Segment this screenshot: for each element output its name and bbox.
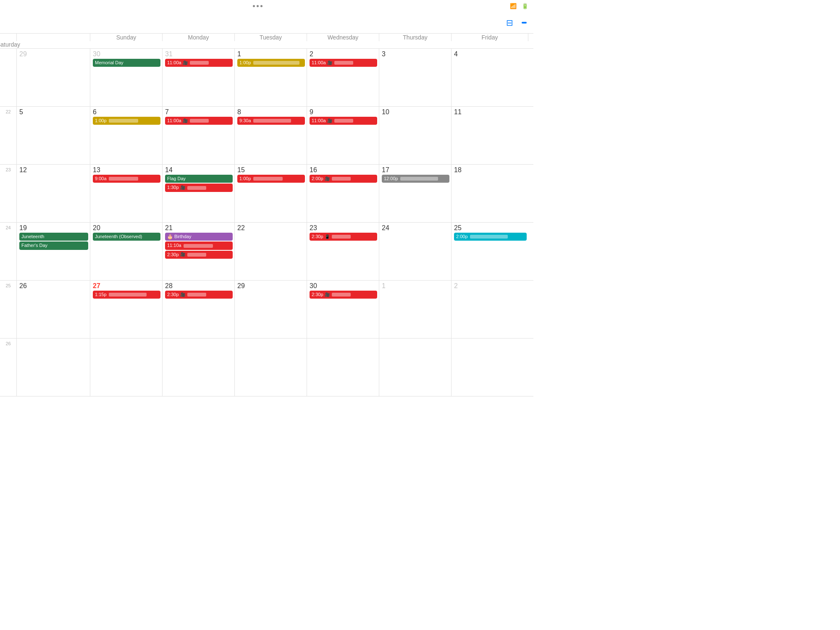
event-0-4-0[interactable]: 11:00a🎥 bbox=[310, 59, 377, 67]
event-1-3-0[interactable]: 9:30a bbox=[237, 117, 305, 125]
calendar-body: 2930Memorial Day3111:00a🎥11:00p211:00a🎥3… bbox=[0, 49, 533, 396]
day-num-0-5: 3 bbox=[382, 50, 449, 58]
day-num-1-5: 10 bbox=[382, 108, 449, 116]
event-3-0-1[interactable]: Father's Day bbox=[19, 242, 88, 249]
day-cell-1-1[interactable]: 61:00p bbox=[90, 107, 163, 164]
event-2-2-1[interactable]: 1:30p🎥 bbox=[165, 184, 233, 192]
day-cell-5-1[interactable] bbox=[90, 339, 163, 396]
event-time: 9:30a bbox=[239, 118, 251, 124]
day-cell-4-4[interactable]: 302:30p🎥 bbox=[307, 281, 379, 338]
day-num-3-6: 25 bbox=[454, 224, 527, 232]
day-cell-5-5[interactable] bbox=[379, 339, 452, 396]
event-0-1-0[interactable]: Memorial Day bbox=[93, 59, 160, 67]
day-num-3-1: 20 bbox=[93, 224, 160, 232]
event-2-3-0[interactable]: 1:00p bbox=[237, 175, 305, 183]
day-cell-1-5[interactable]: 10 bbox=[379, 107, 452, 164]
event-3-2-1[interactable]: 11:10a bbox=[165, 242, 233, 249]
day-num-4-0: 26 bbox=[19, 282, 88, 290]
day-cell-0-0[interactable]: 29 bbox=[17, 49, 90, 106]
day-num-1-0: 5 bbox=[19, 108, 88, 116]
day-cell-3-3[interactable]: 22 bbox=[235, 223, 307, 280]
day-num-3-0: 19 bbox=[19, 224, 88, 232]
event-title-blurred bbox=[187, 186, 206, 190]
day-cell-1-2[interactable]: 711:00a🎥 bbox=[163, 107, 235, 164]
day-num-4-1: 27 bbox=[93, 282, 160, 290]
week-num-header bbox=[0, 34, 17, 41]
week-row-5: 26 bbox=[0, 339, 533, 396]
day-num-4-3: 29 bbox=[237, 282, 305, 290]
day-cell-0-2[interactable]: 3111:00a🎥 bbox=[163, 49, 235, 106]
event-time: 1:00p bbox=[239, 176, 251, 182]
day-cell-0-1[interactable]: 30Memorial Day bbox=[90, 49, 163, 106]
day-cell-2-0[interactable]: 12 bbox=[17, 165, 90, 222]
day-cell-5-4[interactable] bbox=[307, 339, 379, 396]
day-cell-1-3[interactable]: 89:30a bbox=[235, 107, 307, 164]
event-2-4-0[interactable]: 2:00p🎥 bbox=[310, 175, 377, 183]
day-cell-4-2[interactable]: 282:30p🎥 bbox=[163, 281, 235, 338]
event-icon: 🎥 bbox=[183, 60, 188, 66]
week-row-3: 2419JuneteenthFather's Day20Juneteenth (… bbox=[0, 223, 533, 281]
event-0-2-0[interactable]: 11:00a🎥 bbox=[165, 59, 233, 67]
day-cell-2-4[interactable]: 162:00p🎥 bbox=[307, 165, 379, 222]
event-1-2-0[interactable]: 11:00a🎥 bbox=[165, 117, 233, 125]
event-time: 1:30p bbox=[167, 184, 179, 191]
event-icon: 🎥 bbox=[180, 252, 185, 257]
day-cell-3-5[interactable]: 24 bbox=[379, 223, 452, 280]
day-cell-0-3[interactable]: 11:00p bbox=[235, 49, 307, 106]
event-3-2-2[interactable]: 2:30p🎥 bbox=[165, 251, 233, 259]
day-cell-3-4[interactable]: 232:30p📱 bbox=[307, 223, 379, 280]
event-3-6-0[interactable]: 2:00p bbox=[454, 233, 527, 241]
day-cell-5-6[interactable] bbox=[452, 339, 528, 396]
day-cell-4-3[interactable]: 29 bbox=[235, 281, 307, 338]
day-cell-5-2[interactable] bbox=[163, 339, 235, 396]
event-0-3-0[interactable]: 1:00p bbox=[237, 59, 305, 67]
event-title-blurred bbox=[334, 61, 353, 65]
day-cell-5-3[interactable] bbox=[235, 339, 307, 396]
day-cell-2-3[interactable]: 151:00p bbox=[235, 165, 307, 222]
day-cell-1-6[interactable]: 11 bbox=[452, 107, 528, 164]
day-cell-4-6[interactable]: 2 bbox=[452, 281, 528, 338]
event-1-1-0[interactable]: 1:00p bbox=[93, 117, 160, 125]
day-cell-3-2[interactable]: 21🎂 Birthday11:10a2:30p🎥 bbox=[163, 223, 235, 280]
today-badge[interactable] bbox=[522, 22, 527, 24]
event-3-4-0[interactable]: 2:30p📱 bbox=[310, 233, 377, 241]
day-cell-1-0[interactable]: 5 bbox=[17, 107, 90, 164]
event-2-5-0[interactable]: 12:00p bbox=[382, 175, 449, 183]
day-cell-2-5[interactable]: 1712:00p bbox=[379, 165, 452, 222]
event-title: Juneteenth (Observed) bbox=[95, 234, 142, 240]
day-cell-4-5[interactable]: 1 bbox=[379, 281, 452, 338]
day-cell-5-0[interactable] bbox=[17, 339, 90, 396]
event-3-0-0[interactable]: Juneteenth bbox=[19, 233, 88, 241]
event-title: Memorial Day bbox=[95, 60, 123, 66]
event-2-1-0[interactable]: 9:00a bbox=[93, 175, 160, 183]
day-num-0-0: 29 bbox=[19, 50, 88, 58]
day-cell-3-6[interactable]: 252:00p bbox=[452, 223, 528, 280]
day-cell-1-4[interactable]: 911:00a🎥 bbox=[307, 107, 379, 164]
day-cell-4-0[interactable]: 26 bbox=[17, 281, 90, 338]
day-cell-2-1[interactable]: 139:00a bbox=[90, 165, 163, 222]
day-num-1-2: 7 bbox=[165, 108, 233, 116]
event-4-1-0[interactable]: 1:15p bbox=[93, 291, 160, 299]
event-4-4-0[interactable]: 2:30p🎥 bbox=[310, 291, 377, 299]
day-header-monday: Monday bbox=[163, 34, 235, 41]
event-4-2-0[interactable]: 2:30p🎥 bbox=[165, 291, 233, 299]
day-cell-2-2[interactable]: 14Flag Day1:30p🎥 bbox=[163, 165, 235, 222]
day-num-2-1: 13 bbox=[93, 166, 160, 174]
event-3-2-0[interactable]: 🎂 Birthday bbox=[165, 233, 233, 241]
day-cell-2-6[interactable]: 18 bbox=[452, 165, 528, 222]
day-cell-0-6[interactable]: 4 bbox=[452, 49, 528, 106]
week-num-3: 24 bbox=[0, 223, 17, 280]
day-cell-3-1[interactable]: 20Juneteenth (Observed) bbox=[90, 223, 163, 280]
day-cell-0-5[interactable]: 3 bbox=[379, 49, 452, 106]
event-3-1-0[interactable]: Juneteenth (Observed) bbox=[93, 233, 160, 241]
event-time: 9:00a bbox=[95, 176, 107, 182]
event-title: 🎂 Birthday bbox=[167, 234, 191, 240]
day-cell-0-4[interactable]: 211:00a🎥 bbox=[307, 49, 379, 106]
event-1-4-0[interactable]: 11:00a🎥 bbox=[310, 117, 377, 125]
day-cell-3-0[interactable]: 19JuneteenthFather's Day bbox=[17, 223, 90, 280]
day-cell-4-1[interactable]: 271:15p bbox=[90, 281, 163, 338]
event-2-2-0[interactable]: Flag Day bbox=[165, 175, 233, 183]
event-title-blurred bbox=[253, 119, 291, 123]
filter-icon[interactable]: ⊟ bbox=[506, 18, 513, 28]
day-header-friday: Friday bbox=[452, 34, 528, 41]
